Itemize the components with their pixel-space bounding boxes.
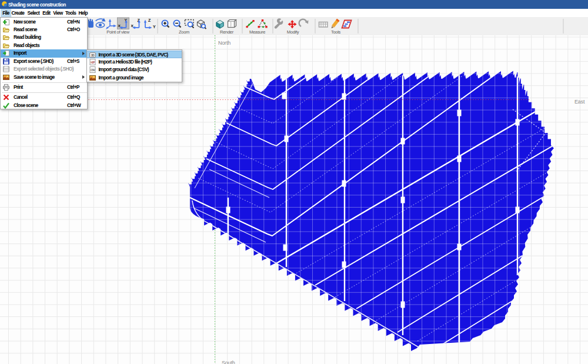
svg-text:Point of view: Point of view [106, 29, 130, 35]
svg-text:South: South [222, 360, 235, 364]
svg-text:Z: Z [148, 18, 151, 22]
svg-text:Render: Render [220, 29, 234, 35]
svg-text:CSV: CSV [90, 69, 95, 72]
svg-text:Zoom: Zoom [179, 29, 189, 35]
svg-text:Measure: Measure [249, 29, 265, 35]
svg-text:H2P: H2P [91, 61, 95, 64]
svg-text:Y: Y [153, 25, 156, 29]
svg-text:Modify: Modify [287, 29, 299, 35]
svg-text:East: East [574, 99, 585, 105]
svg-text:Tools: Tools [331, 29, 341, 35]
svg-text:North: North [218, 40, 230, 46]
